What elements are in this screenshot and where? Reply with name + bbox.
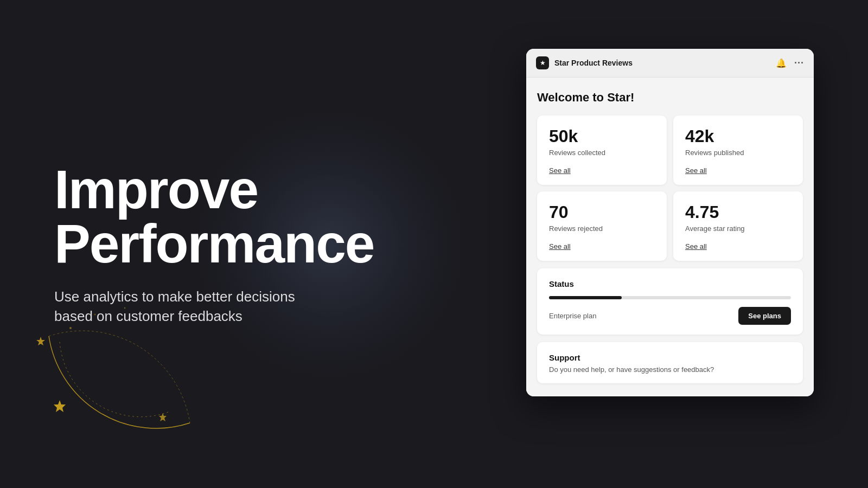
status-title: Status	[549, 279, 791, 288]
status-card: Status Enterprise plan See plans	[537, 268, 803, 335]
product-reviews-panel: ★ Star Product Reviews 🔔 ··· Welcome to …	[526, 49, 814, 396]
progress-bar-fill	[549, 296, 622, 299]
hero-subheading: Use analytics to make better decisions b…	[54, 287, 326, 326]
status-footer: Enterprise plan See plans	[549, 307, 791, 325]
hero-section: Improve Performance Use analytics to mak…	[54, 162, 374, 326]
panel-title: Star Product Reviews	[554, 59, 633, 67]
panel-header-right: 🔔 ···	[776, 57, 804, 69]
panel-body: Welcome to Star! 50k Reviews collected S…	[526, 78, 814, 396]
svg-marker-2	[36, 337, 45, 345]
bell-icon[interactable]: 🔔	[776, 58, 787, 68]
support-card: Support Do you need help, or have sugges…	[537, 342, 803, 383]
panel-header: ★ Star Product Reviews 🔔 ···	[526, 49, 814, 78]
panel-header-left: ★ Star Product Reviews	[536, 56, 633, 69]
avg-rating-label: Average star rating	[685, 224, 791, 233]
more-options-icon[interactable]: ···	[794, 57, 804, 69]
reviews-rejected-label: Reviews rejected	[549, 224, 655, 233]
svg-marker-0	[54, 400, 66, 412]
stats-grid: 50k Reviews collected See all 42k Review…	[537, 115, 803, 261]
reviews-collected-value: 50k	[549, 126, 655, 146]
reviews-published-value: 42k	[685, 126, 791, 146]
stat-card-reviews-rejected: 70 Reviews rejected See all	[537, 191, 667, 261]
stat-card-reviews-published: 42k Reviews published See all	[673, 115, 803, 185]
reviews-rejected-see-all[interactable]: See all	[549, 242, 571, 251]
avg-rating-value: 4.75	[685, 202, 791, 222]
app-star-icon: ★	[540, 59, 546, 67]
avg-rating-see-all[interactable]: See all	[685, 242, 707, 251]
hero-heading: Improve Performance	[54, 162, 374, 271]
svg-point-3	[69, 327, 72, 329]
see-plans-button[interactable]: See plans	[738, 307, 791, 325]
support-title: Support	[549, 353, 791, 362]
stat-card-avg-rating: 4.75 Average star rating See all	[673, 191, 803, 261]
support-text: Do you need help, or have suggestions or…	[549, 365, 791, 374]
svg-marker-1	[159, 413, 167, 421]
reviews-collected-label: Reviews collected	[549, 149, 655, 157]
app-icon: ★	[536, 56, 549, 69]
plan-label: Enterprise plan	[549, 312, 596, 320]
reviews-rejected-value: 70	[549, 202, 655, 222]
welcome-title: Welcome to Star!	[537, 91, 803, 105]
stat-card-reviews-collected: 50k Reviews collected See all	[537, 115, 667, 185]
reviews-collected-see-all[interactable]: See all	[549, 166, 571, 175]
reviews-published-see-all[interactable]: See all	[685, 166, 707, 175]
progress-bar-bg	[549, 296, 791, 299]
reviews-published-label: Reviews published	[685, 149, 791, 157]
